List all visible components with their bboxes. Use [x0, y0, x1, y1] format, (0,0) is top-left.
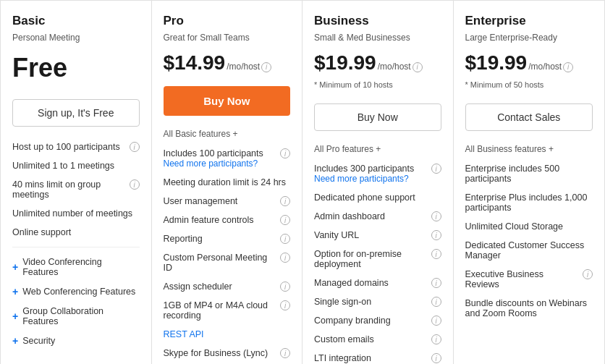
buynow-pro-button[interactable]: Buy Now: [164, 86, 291, 116]
feature-text: Meeting duration limit is 24 hrs: [164, 177, 291, 187]
info-icon[interactable]: i: [431, 278, 441, 288]
feature-item: Enterprise Plus includes 1,000 participa…: [465, 190, 593, 215]
info-icon[interactable]: i: [431, 334, 441, 344]
feature-item: Executive Business Reviews i: [465, 267, 593, 292]
need-more-link[interactable]: Need more participants?: [164, 158, 258, 169]
info-icon[interactable]: i: [280, 348, 290, 358]
expandable-security[interactable]: + Security: [12, 333, 140, 349]
need-more-link[interactable]: Need more participants?: [314, 174, 409, 184]
feature-item: Online support: [12, 225, 140, 240]
info-icon[interactable]: i: [431, 297, 441, 307]
feature-item: 1GB of MP4 or M4A cloud recording i: [164, 298, 291, 323]
info-icon[interactable]: i: [431, 211, 441, 221]
feature-text: Admin dashboard: [314, 211, 428, 221]
feature-text: Includes 300 participantsNeed more parti…: [314, 164, 428, 184]
plan-business-name: Business: [314, 14, 441, 28]
info-icon[interactable]: i: [280, 234, 290, 244]
feature-skype: Skype for Business (Lync) i: [164, 346, 291, 360]
feature-vanity-url: Vanity URL i: [314, 228, 441, 242]
info-icon[interactable]: i: [431, 164, 441, 174]
rest-api-link[interactable]: REST API: [164, 329, 204, 339]
feature-item: Enterprise includes 500 participants: [465, 161, 593, 186]
info-icon[interactable]: i: [280, 148, 290, 158]
info-icon[interactable]: i: [280, 253, 290, 263]
info-icon[interactable]: i: [431, 316, 441, 326]
feature-text: Reporting: [164, 234, 278, 244]
feature-text: Option for on-premise deployment: [314, 249, 428, 269]
expandable-label: Web Conferencing Features: [22, 287, 135, 297]
plus-icon: +: [12, 286, 18, 297]
plan-enterprise-price-note: * Minimum of 50 hosts: [465, 80, 593, 89]
info-icon[interactable]: i: [280, 300, 290, 310]
feature-text: Unlimited number of meetings: [12, 208, 140, 219]
contact-sales-button[interactable]: Contact Sales: [465, 103, 593, 131]
feature-text: Custom Personal Meeting ID: [164, 253, 278, 273]
feature-text: Dedicated phone support: [314, 192, 441, 203]
plan-business: Business Small & Med Businesses $19.99 /…: [302, 1, 454, 364]
expandable-web[interactable]: + Web Conferencing Features: [12, 284, 140, 300]
pro-features-header: All Basic features +: [164, 129, 291, 139]
feature-item: Option for on-premise deployment i: [314, 247, 441, 271]
feature-text: Unlimited 1 to 1 meetings: [12, 161, 140, 171]
plan-basic: Basic Personal Meeting Free Sign up, It'…: [1, 1, 152, 364]
feature-item: Managed domains i: [314, 276, 441, 290]
expandable-label: Video Conferencing Features: [22, 257, 139, 277]
info-icon[interactable]: i: [563, 62, 573, 72]
feature-text: User management: [164, 196, 278, 206]
feature-text: Single sign-on: [314, 297, 428, 307]
expandable-group[interactable]: + Group Collaboration Features: [12, 304, 140, 329]
buynow-business-button[interactable]: Buy Now: [314, 103, 441, 131]
info-icon[interactable]: i: [583, 269, 593, 279]
business-features-header: All Pro features +: [314, 144, 441, 154]
plan-basic-price: Free: [12, 53, 140, 83]
info-icon[interactable]: i: [130, 142, 140, 152]
info-icon[interactable]: i: [431, 249, 441, 259]
feature-item: Dedicated Customer Success Manager: [465, 238, 593, 263]
feature-text: Host up to 100 participants: [12, 142, 127, 152]
info-icon[interactable]: i: [280, 282, 290, 292]
feature-rest-api: REST API: [164, 327, 291, 342]
feature-text: Online support: [12, 227, 140, 237]
info-icon[interactable]: i: [431, 353, 441, 363]
plan-enterprise: Enterprise Large Enterprise-Ready $19.99…: [454, 1, 605, 364]
feature-reporting: Reporting i: [164, 232, 291, 246]
feature-text: Dedicated Customer Success Manager: [465, 240, 593, 261]
plan-business-price-row: $19.99 /mo/host i: [314, 51, 441, 75]
feature-item: Host up to 100 participants i: [12, 140, 140, 154]
plan-business-price-suffix: /mo/host: [378, 62, 411, 72]
feature-text: Enterprise includes 500 participants: [465, 164, 593, 184]
feature-item: Admin dashboard i: [314, 209, 441, 224]
enterprise-features-header: All Business features +: [465, 144, 593, 154]
feature-text: Custom emails: [314, 334, 428, 344]
plan-pro-name: Pro: [164, 14, 291, 28]
feature-text: Skype for Business (Lync): [164, 348, 278, 358]
plan-pro-price-row: $14.99 /mo/host i: [164, 51, 291, 75]
divider: [12, 247, 140, 247]
plan-pro-price-suffix: /mo/host: [227, 62, 260, 72]
expandable-label: Group Collaboration Features: [22, 306, 139, 326]
plus-icon: +: [12, 261, 18, 273]
feature-text: Unlimited Cloud Storage: [465, 221, 593, 232]
info-icon[interactable]: i: [130, 179, 140, 190]
info-icon[interactable]: i: [261, 62, 271, 72]
expandable-video[interactable]: + Video Conferencing Features: [12, 255, 140, 279]
feature-text: Managed domains: [314, 278, 428, 288]
feature-item: Admin feature controls i: [164, 213, 291, 227]
info-icon[interactable]: i: [280, 215, 290, 225]
plan-pro-price: $14.99: [164, 51, 226, 75]
feature-text: Bundle discounts on Webinars and Zoom Ro…: [465, 298, 593, 318]
plan-business-price-note: * Minimum of 10 hosts: [314, 80, 441, 89]
feature-text: Executive Business Reviews: [465, 269, 580, 289]
info-icon[interactable]: i: [412, 62, 423, 72]
feature-item: Meeting duration limit is 24 hrs: [164, 175, 291, 190]
feature-item: Unlimited number of meetings: [12, 206, 140, 221]
info-icon[interactable]: i: [431, 230, 441, 240]
feature-text: LTI integration: [314, 353, 428, 363]
feature-assign-scheduler: Assign scheduler i: [164, 279, 291, 294]
feature-lti: LTI integration i: [314, 351, 441, 364]
feature-item: Bundle discounts on Webinars and Zoom Ro…: [465, 296, 593, 321]
signup-button[interactable]: Sign up, It's Free: [12, 99, 140, 127]
plan-enterprise-name: Enterprise: [465, 14, 593, 28]
info-icon[interactable]: i: [280, 196, 290, 206]
plan-pro: Pro Great for Small Teams $14.99 /mo/hos…: [152, 1, 303, 364]
